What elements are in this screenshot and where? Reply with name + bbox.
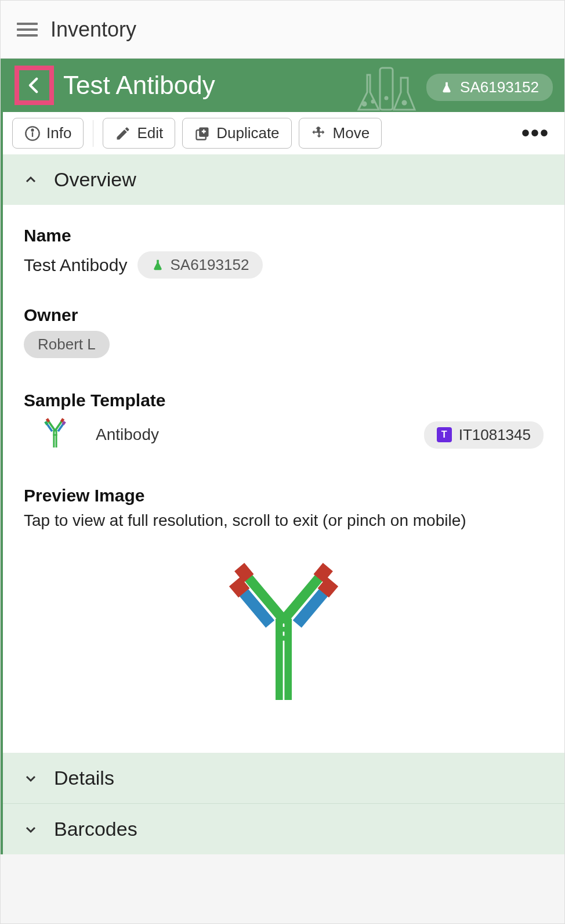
template-id-badge[interactable]: T IT1081345 <box>424 421 544 449</box>
name-label: Name <box>24 226 544 246</box>
name-value: Test Antibody <box>24 255 127 275</box>
owner-label: Owner <box>24 305 544 325</box>
template-name: Antibody <box>96 425 159 444</box>
svg-point-4 <box>403 101 406 104</box>
svg-point-2 <box>372 100 374 103</box>
svg-rect-23 <box>276 627 292 631</box>
owner-badge[interactable]: Robert L <box>24 331 110 358</box>
preview-image[interactable] <box>24 544 544 730</box>
antibody-large-icon <box>202 550 365 712</box>
svg-rect-11 <box>56 430 57 447</box>
flask-icon <box>151 259 164 272</box>
info-label: Info <box>46 124 71 142</box>
name-row: Test Antibody SA6193152 <box>24 251 544 279</box>
barcodes-title: Barcodes <box>54 818 137 840</box>
header-id-text: SA6193152 <box>460 78 539 96</box>
details-title: Details <box>54 767 114 789</box>
template-row: Antibody T IT1081345 <box>24 416 544 453</box>
svg-point-7 <box>32 129 34 131</box>
back-button[interactable] <box>15 66 54 105</box>
chevron-down-icon <box>24 771 38 785</box>
owner-row: Robert L <box>24 331 544 358</box>
template-id-text: IT1081345 <box>459 426 531 444</box>
svg-rect-12 <box>53 434 57 435</box>
svg-rect-24 <box>276 636 292 640</box>
template-left: Antibody <box>24 416 159 453</box>
duplicate-label: Duplicate <box>216 124 279 142</box>
overview-title: Overview <box>54 168 136 191</box>
overview-section-header[interactable]: Overview <box>3 154 564 205</box>
more-actions-button[interactable]: ••• <box>521 120 555 146</box>
edit-label: Edit <box>137 124 163 142</box>
move-label: Move <box>333 124 370 142</box>
svg-point-3 <box>385 97 387 99</box>
chevron-down-icon <box>24 822 38 836</box>
preview-label: Preview Image <box>24 486 544 506</box>
toolbar-separator <box>93 120 93 147</box>
topbar-title: Inventory <box>50 17 136 42</box>
action-toolbar: Info Edit Duplicate Move ••• <box>3 112 564 154</box>
overview-body: Name Test Antibody SA6193152 Owner Rober… <box>3 205 564 753</box>
template-label: Sample Template <box>24 391 544 410</box>
info-icon <box>24 125 41 142</box>
owner-value: Robert L <box>38 335 96 353</box>
template-t-icon: T <box>437 427 452 442</box>
antibody-icon <box>38 416 73 453</box>
preview-hint: Tap to view at full resolution, scroll t… <box>24 511 544 530</box>
page-header: Test Antibody SA6193152 <box>3 59 564 112</box>
chevron-up-icon <box>24 173 38 187</box>
name-id-text: SA6193152 <box>170 256 249 274</box>
app-topbar: Inventory <box>1 1 564 59</box>
move-icon <box>311 125 327 142</box>
details-section-header[interactable]: Details <box>3 753 564 803</box>
main-content: Test Antibody SA6193152 <box>1 59 564 854</box>
svg-rect-0 <box>380 68 393 110</box>
edit-button[interactable]: Edit <box>103 118 175 149</box>
duplicate-button[interactable]: Duplicate <box>182 118 291 149</box>
page-title: Test Antibody <box>63 71 215 100</box>
duplicate-icon <box>194 125 211 142</box>
svg-rect-10 <box>53 430 55 447</box>
info-button[interactable]: Info <box>12 118 84 149</box>
header-id-badge[interactable]: SA6193152 <box>426 74 553 101</box>
menu-icon[interactable] <box>17 23 38 37</box>
pencil-icon <box>115 125 131 142</box>
svg-point-1 <box>363 102 366 106</box>
move-button[interactable]: Move <box>299 118 382 149</box>
chevron-left-icon <box>24 75 44 95</box>
flask-icon <box>440 81 453 94</box>
barcodes-section-header[interactable]: Barcodes <box>3 803 564 854</box>
name-id-badge[interactable]: SA6193152 <box>137 251 263 279</box>
lab-flasks-decoration <box>344 63 431 112</box>
